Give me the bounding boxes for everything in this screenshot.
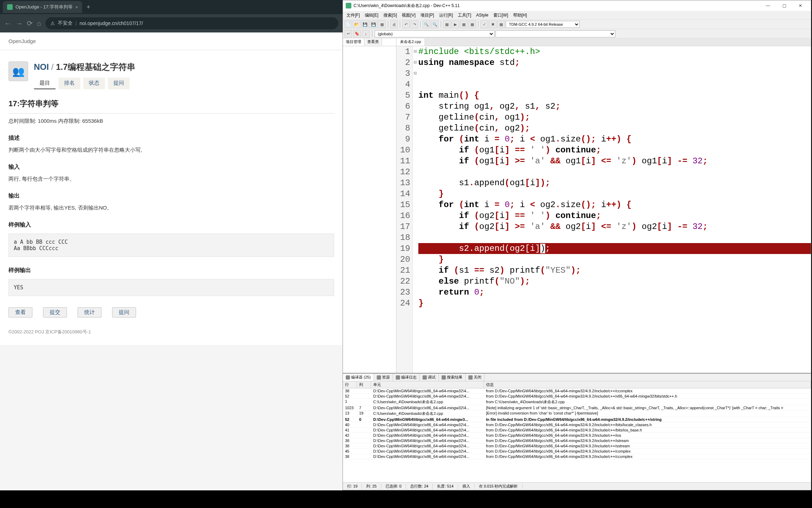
bottom-tab[interactable]: 编译日志 bbox=[393, 374, 420, 381]
bottom-tab[interactable]: 关闭 bbox=[466, 374, 485, 381]
compiler-row[interactable]: 1C:\Users\wkn_4\Downloads\未命名2.cppfrom C… bbox=[343, 399, 811, 405]
compiler-row[interactable]: 10237D:\Dev-Cpp\MinGW64\lib\gcc\x86_64-w… bbox=[343, 405, 811, 411]
action-button-2[interactable]: 统计 bbox=[78, 307, 102, 318]
page-tabs: 题目排名状态提问 bbox=[34, 78, 135, 89]
menu-item[interactable]: AStyle bbox=[474, 12, 491, 18]
toolbar-secondary: ↩ 🔖 ↕ (globals) bbox=[343, 29, 811, 38]
undo-icon[interactable]: ↶ bbox=[402, 20, 410, 28]
globals-select[interactable]: (globals) bbox=[375, 30, 494, 37]
menu-item[interactable]: 搜索[S] bbox=[381, 12, 399, 19]
menu-item[interactable]: 视图[V] bbox=[400, 12, 418, 19]
action-button-1[interactable]: 提交 bbox=[43, 307, 67, 318]
compiler-output[interactable]: 行列单元信息 38D:\Dev-Cpp\MinGW64\lib\gcc\x86_… bbox=[343, 381, 811, 482]
sample-input-heading: 样例输入 bbox=[8, 214, 334, 231]
replace-icon[interactable]: 🔍 bbox=[431, 20, 439, 28]
breadcrumb-main[interactable]: NOI bbox=[34, 62, 49, 72]
input-text: 两行, 每行包含一个字符串。 bbox=[8, 173, 334, 185]
compiler-row[interactable]: 52D:\Dev-Cpp\MinGW64\lib\gcc\x86_64-w64-… bbox=[343, 394, 811, 399]
maximize-button[interactable]: ▢ bbox=[776, 1, 792, 11]
run-icon[interactable]: ▶ bbox=[451, 20, 459, 28]
url-bar[interactable]: ⚠ 不安全 | noi.openjudge.cn/ch0107/17/ bbox=[45, 17, 338, 29]
page-footer: ©2002-2022 POJ 京ICP备20010980号-1 bbox=[8, 326, 334, 335]
toolbar-main: 📄 📂 💾 💾 ▦ 🖨 ↶ ↷ 🔍 🔍 ▦ ▶ ▦ ▦ ✓ ✖ ▦ TDM-GC… bbox=[343, 19, 811, 29]
bottom-tab[interactable]: 搜索结果 bbox=[439, 374, 466, 381]
menu-item[interactable]: 项目[P] bbox=[418, 12, 436, 19]
compiler-row[interactable]: 41D:\Dev-Cpp\MinGW64\lib\gcc\x86_64-w64-… bbox=[343, 428, 811, 433]
bottom-tab[interactable]: 调试 bbox=[420, 374, 439, 381]
insecure-icon: ⚠ bbox=[50, 20, 55, 26]
bookmark-icon[interactable]: 🔖 bbox=[353, 30, 361, 38]
output-heading: 输出 bbox=[8, 185, 334, 202]
menu-item[interactable]: 帮助[H] bbox=[511, 12, 529, 19]
new-project-icon[interactable]: ▦ bbox=[378, 20, 386, 28]
sidebar-tab[interactable]: 查看类 bbox=[364, 38, 382, 46]
action-button-0[interactable]: 查看 bbox=[8, 307, 32, 318]
rebuild-icon[interactable]: ▦ bbox=[468, 20, 476, 28]
compiler-row[interactable]: 42D:\Dev-Cpp\MinGW64\lib\gcc\x86_64-w64-… bbox=[343, 433, 811, 438]
editor-tabs: 未命名2.cpp bbox=[396, 38, 811, 46]
menu-item[interactable]: 文件[F] bbox=[344, 12, 362, 19]
compiler-row[interactable]: 38D:\Dev-Cpp\MinGW64\lib\gcc\x86_64-w64-… bbox=[343, 443, 811, 449]
browser-toolbar: ← → ⟳ ⌂ ⚠ 不安全 | noi.openjudge.cn/ch0107/… bbox=[0, 14, 343, 32]
editor-tab[interactable]: 未命名2.cpp bbox=[396, 38, 425, 46]
sidebar-tab[interactable]: 项目管理 bbox=[343, 38, 364, 46]
members-select[interactable] bbox=[496, 30, 615, 37]
compiler-row[interactable]: 38D:\Dev-Cpp\MinGW64\lib\gcc\x86_64-w64-… bbox=[343, 388, 811, 394]
compile-icon[interactable]: ▦ bbox=[443, 20, 451, 28]
back-button[interactable]: ← bbox=[4, 19, 11, 28]
open-icon[interactable]: 📂 bbox=[353, 20, 361, 28]
compiler-row[interactable]: 1319C:\Users\wkn_4\Downloads\未命名2.cpp[Er… bbox=[343, 411, 811, 417]
titlebar[interactable]: C:\Users\wkn_4\Downloads\未命名2.cpp - Dev-… bbox=[343, 0, 811, 11]
compiler-row[interactable]: 520D:\Dev-Cpp\MinGW64\lib\gcc\x86_64-w64… bbox=[343, 417, 811, 422]
desc-text: 判断两个由大小写字母和空格组成的字符串在忽略大小写, bbox=[8, 144, 334, 156]
page-tab-0[interactable]: 题目 bbox=[34, 78, 56, 89]
goto-icon[interactable]: ↩ bbox=[344, 30, 352, 38]
bottom-tab[interactable]: 资源 bbox=[374, 374, 393, 381]
goto-line-icon[interactable]: ↕ bbox=[362, 30, 370, 38]
page-tab-1[interactable]: 排名 bbox=[59, 78, 80, 89]
problem-title: 17:字符串判等 bbox=[8, 93, 334, 112]
menu-item[interactable]: 工具[T] bbox=[456, 12, 473, 19]
menu-item[interactable]: 窗口[W] bbox=[491, 12, 510, 19]
compiler-row[interactable]: 45D:\Dev-Cpp\MinGW64\lib\gcc\x86_64-w64-… bbox=[343, 449, 811, 454]
save-all-icon[interactable]: 💾 bbox=[370, 20, 377, 28]
compiler-row[interactable]: 40D:\Dev-Cpp\MinGW64\lib\gcc\x86_64-w64-… bbox=[343, 422, 811, 428]
close-icon[interactable]: × bbox=[75, 5, 78, 10]
compiler-row[interactable]: 38D:\Dev-Cpp\MinGW64\lib\gcc\x86_64-w64-… bbox=[343, 438, 811, 443]
minimize-button[interactable]: — bbox=[760, 1, 776, 11]
compile-run-icon[interactable]: ▦ bbox=[460, 20, 468, 28]
page-tab-3[interactable]: 提问 bbox=[108, 78, 130, 89]
browser-tab-strip: OpenJudge - 17:字符串判等 × + bbox=[0, 0, 343, 14]
new-tab-button[interactable]: + bbox=[82, 4, 94, 11]
debug-icon[interactable]: ✓ bbox=[480, 20, 488, 28]
menu-item[interactable]: 运行[R] bbox=[437, 12, 455, 19]
sample-input-block: a A bb BB ccc CCC Aa BBbb CCCccc bbox=[8, 234, 334, 257]
breadcrumb-sub[interactable]: 1.7编程基础之字符串 bbox=[56, 62, 135, 72]
print-icon[interactable]: 🖨 bbox=[390, 20, 398, 28]
desc-heading: 描述 bbox=[8, 127, 334, 144]
profile-icon[interactable]: ▦ bbox=[497, 20, 505, 28]
output-text: 若两个字符串相等, 输出YES, 否则输出NO。 bbox=[8, 202, 334, 214]
site-title[interactable]: OpenJudge bbox=[8, 38, 36, 44]
stop-icon[interactable]: ✖ bbox=[489, 20, 497, 28]
home-button[interactable]: ⌂ bbox=[37, 19, 41, 28]
browser-tab[interactable]: OpenJudge - 17:字符串判等 × bbox=[3, 1, 82, 13]
bottom-tab[interactable]: 编译器 (25) bbox=[343, 374, 374, 381]
code-editor[interactable]: 123456789101112131415161718192021222324 … bbox=[396, 46, 811, 373]
compiler-select[interactable]: TDM-GCC 4.9.2 64-bit Release bbox=[506, 21, 580, 28]
limits-text: 总时间限制: 1000ms 内存限制: 65536kB bbox=[8, 115, 334, 127]
new-file-icon[interactable]: 📄 bbox=[344, 20, 352, 28]
action-button-3[interactable]: 提问 bbox=[112, 307, 136, 318]
save-icon[interactable]: 💾 bbox=[361, 20, 369, 28]
redo-icon[interactable]: ↷ bbox=[411, 20, 418, 28]
browser-content: OpenJudge 👥 NOI / 1.7编程基础之字符串 题目排名状态提问 1… bbox=[0, 32, 343, 490]
menu-item[interactable]: 编辑[E] bbox=[363, 12, 381, 19]
reload-button[interactable]: ⟳ bbox=[27, 19, 33, 28]
find-icon[interactable]: 🔍 bbox=[423, 20, 430, 28]
window-title: C:\Users\wkn_4\Downloads\未命名2.cpp - Dev-… bbox=[353, 3, 460, 9]
close-button[interactable]: ✕ bbox=[793, 1, 808, 11]
compiler-row[interactable]: 38D:\Dev-Cpp\MinGW64\lib\gcc\x86_64-w64-… bbox=[343, 454, 811, 459]
favicon-icon bbox=[7, 4, 13, 10]
forward-button[interactable]: → bbox=[16, 19, 23, 28]
page-tab-2[interactable]: 状态 bbox=[83, 78, 105, 89]
